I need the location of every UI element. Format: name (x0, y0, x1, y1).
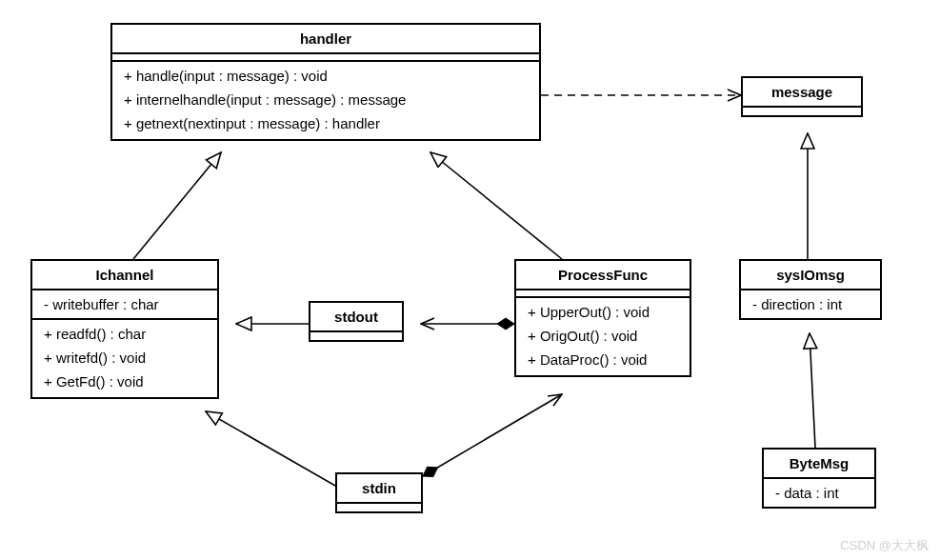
op-handler-1: + internelhandle(input : message) : mess… (112, 88, 539, 111)
class-attrs-ichannel: - writebuffer : char (32, 290, 217, 320)
op-ichannel-2: + GetFd() : void (32, 370, 217, 393)
op-processfunc-2: + DataProc() : void (516, 348, 690, 371)
class-name-bytemsg: ByteMsg (764, 450, 874, 479)
class-attr-sep-handler (112, 54, 539, 62)
generalization-ichannel-handler (133, 152, 221, 259)
generalization-processfunc-handler (430, 152, 562, 259)
generalization-stdin-ichannel (206, 411, 335, 486)
class-ops-processfunc: + UpperOut() : void + OrigOut() : void +… (516, 298, 690, 375)
attr-ichannel-0: - writebuffer : char (32, 292, 217, 316)
class-name-handler: handler (112, 25, 539, 54)
class-name-processfunc: ProcessFunc (516, 261, 690, 290)
attr-bytemsg-0: - data : int (764, 481, 874, 505)
watermark: CSDN @大大枫 (840, 537, 929, 554)
class-message: message (741, 76, 863, 117)
op-handler-2: + getnext(nextinput : message) : handler (112, 111, 539, 135)
op-ichannel-1: + writefd() : void (32, 346, 217, 370)
class-sep-stdout (310, 332, 402, 340)
class-ops-handler: + handle(input : message) : void + inter… (112, 62, 539, 139)
class-stdout: stdout (309, 301, 404, 342)
class-processfunc: ProcessFunc + UpperOut() : void + OrigOu… (514, 259, 691, 377)
class-name-ichannel: Ichannel (32, 261, 217, 290)
attr-sysiomsg-0: - direction : int (741, 292, 880, 316)
class-ops-ichannel: + readfd() : char + writefd() : void + G… (32, 320, 217, 397)
class-sysiomsg: sysIOmsg - direction : int (739, 259, 882, 320)
class-ichannel: Ichannel - writebuffer : char + readfd()… (30, 259, 219, 399)
class-bytemsg: ByteMsg - data : int (762, 448, 876, 509)
class-sep-message (743, 108, 861, 115)
class-name-sysiomsg: sysIOmsg (741, 261, 880, 290)
class-name-message: message (743, 78, 861, 108)
class-name-stdout: stdout (310, 303, 402, 332)
class-name-stdin: stdin (337, 474, 421, 504)
class-stdin: stdin (335, 472, 423, 513)
op-handler-0: + handle(input : message) : void (112, 64, 539, 88)
class-attrs-sysiomsg: - direction : int (741, 290, 880, 318)
class-attrs-bytemsg: - data : int (764, 479, 874, 507)
class-sep-stdin (337, 504, 421, 511)
op-processfunc-0: + UpperOut() : void (516, 300, 690, 324)
class-handler: handler + handle(input : message) : void… (110, 23, 541, 141)
generalization-bytemsg-sysiomsg (810, 333, 815, 448)
class-attr-sep-processfunc (516, 290, 690, 298)
op-ichannel-0: + readfd() : char (32, 322, 217, 346)
composition-stdin-processfunc (423, 394, 562, 476)
op-processfunc-1: + OrigOut() : void (516, 324, 690, 348)
